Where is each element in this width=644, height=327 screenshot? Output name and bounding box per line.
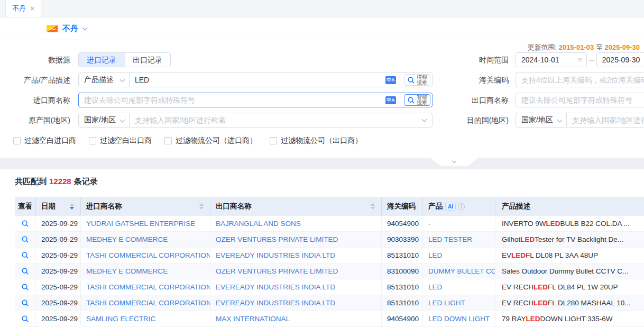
- translate-icon[interactable]: 中A: [385, 76, 396, 84]
- importer-link[interactable]: YUDRAI GATSHEL ENTERPRISE: [86, 220, 195, 228]
- smart-search-button[interactable]: 智能 搜索: [404, 94, 430, 106]
- view-detail-button[interactable]: [21, 315, 29, 323]
- exporter-link[interactable]: BAJRANGLAL AND SONS: [216, 220, 301, 228]
- date-end-value[interactable]: [597, 56, 644, 64]
- info-icon[interactable]: i: [458, 203, 465, 210]
- update-range-from: 2015-01-03: [559, 43, 594, 51]
- view-detail-button[interactable]: [21, 235, 29, 243]
- product-link[interactable]: DUMMY BULLET CCTV...: [428, 267, 495, 275]
- close-icon[interactable]: ×: [30, 5, 34, 12]
- sort-icon-date[interactable]: [70, 203, 74, 210]
- header-importer[interactable]: 进口商名称: [81, 197, 210, 216]
- exporter-label: 出口商名称: [462, 93, 509, 107]
- hs-code-field[interactable]: [516, 76, 644, 84]
- checkbox-label: 过滤空白出口商: [100, 136, 152, 146]
- sort-icon-importer[interactable]: [199, 203, 204, 210]
- origin-select-value: 国家/地区: [84, 115, 116, 125]
- chevron-down-icon: [422, 116, 427, 122]
- fuzzy-search-button[interactable]: 模糊 搜索: [404, 74, 430, 86]
- header-hs-code: 海关编码: [382, 197, 423, 216]
- magnifier-icon: [21, 235, 29, 243]
- product-link[interactable]: LED TESTER: [428, 235, 472, 243]
- magnifier-icon: [21, 251, 29, 259]
- view-detail-button[interactable]: [21, 267, 29, 275]
- cell-date: 2025-09-29: [36, 311, 81, 326]
- highlighted-keyword: LED: [533, 283, 548, 291]
- tab-bar: 不丹 ×: [0, 0, 644, 17]
- highlighted-keyword: LED: [520, 235, 535, 243]
- importer-link[interactable]: TASHI COMMERCIAL CORPORATION: [86, 251, 210, 259]
- export-records-button[interactable]: 出口记录: [124, 53, 170, 67]
- importer-link[interactable]: MEDHEY E COMMERCE: [86, 267, 168, 275]
- time-range-label: 时间范围: [462, 52, 509, 67]
- checkbox-icon[interactable]: [164, 137, 172, 144]
- chevron-down-icon[interactable]: [82, 25, 88, 30]
- collapse-form-button[interactable]: [430, 158, 479, 166]
- checkbox-icon[interactable]: [89, 137, 96, 144]
- importer-link[interactable]: TASHI COMMERCIAL CORPORATION: [86, 299, 210, 307]
- checkbox-filter-logistics-importer[interactable]: 过滤物流公司（进口商）: [164, 136, 257, 146]
- cell-hs-code: 94054900: [382, 311, 423, 326]
- magnifier-icon: [21, 315, 29, 323]
- table-row: 2025-09-29 MEDHEY E COMMERCE OZER VENTUR…: [15, 264, 644, 279]
- product-value: -: [428, 220, 431, 228]
- sort-icon-exporter[interactable]: [371, 203, 375, 210]
- importer-link[interactable]: SAMLING ELECTRIC: [86, 315, 155, 323]
- product-search-input[interactable]: [130, 76, 385, 84]
- exporter-link[interactable]: OZER VENTURES PRIVATE LIMITED: [216, 267, 338, 275]
- checkbox-label: 过滤物流公司（出口商）: [281, 136, 362, 146]
- destination-label: 目的国(地区): [462, 113, 509, 128]
- view-detail-button[interactable]: [21, 283, 29, 291]
- table-row: 2025-09-29 TASHI COMMERCIAL CORPORATION …: [15, 295, 644, 311]
- origin-search-input[interactable]: [130, 116, 422, 124]
- product-link[interactable]: LED DOWN LIGHT: [428, 315, 490, 323]
- origin-country-select[interactable]: 国家/地区: [78, 113, 130, 128]
- exporter-link[interactable]: EVEREADY INDUSTRIES INDIA LTD: [216, 251, 335, 259]
- country-title: 不丹: [62, 24, 78, 34]
- product-link[interactable]: LED LIGHT: [428, 299, 465, 307]
- checkbox-icon[interactable]: [270, 137, 277, 144]
- exporter-link[interactable]: MAX INTERNATIONAL: [216, 315, 290, 323]
- date-start-input[interactable]: [516, 52, 587, 67]
- hs-code-label: 海关编码: [462, 72, 509, 87]
- calendar-icon: [578, 56, 582, 63]
- view-detail-button[interactable]: [21, 251, 29, 259]
- header-description: 产品描述: [495, 197, 644, 216]
- magnifier-icon: [21, 267, 29, 275]
- data-source-toggle: 进口记录 出口记录: [78, 52, 171, 67]
- highlighted-keyword: LED: [511, 251, 526, 259]
- import-records-button[interactable]: 进口记录: [79, 53, 124, 67]
- importer-link[interactable]: MEDHEY E COMMERCE: [86, 235, 168, 243]
- header-date[interactable]: 日期: [36, 197, 81, 216]
- checkbox-filter-blank-importer[interactable]: 过滤空白进口商: [13, 136, 76, 146]
- destination-country-select[interactable]: 国家/地区: [516, 113, 567, 128]
- exporter-link[interactable]: OZER VENTURES PRIVATE LIMITED: [216, 235, 338, 243]
- cell-date: 2025-09-29: [36, 216, 81, 231]
- tab-bhutan[interactable]: 不丹 ×: [5, 0, 41, 17]
- checkbox-filter-blank-exporter[interactable]: 过滤空白出口商: [89, 136, 152, 146]
- product-link[interactable]: LED: [428, 283, 442, 291]
- date-range-separator: –: [590, 56, 594, 64]
- translate-icon[interactable]: 中A: [385, 96, 396, 104]
- date-start-value[interactable]: [516, 56, 578, 64]
- product-link[interactable]: LED: [428, 251, 442, 259]
- importer-input-group: 中A 智能 搜索: [78, 93, 433, 107]
- results-table: 查看 日期 进口商名称 出口商名称 海关编码 产品 AI i 产品描述: [15, 197, 644, 327]
- checkbox-icon[interactable]: [13, 137, 21, 144]
- exporter-link[interactable]: EVEREADY INDUSTRIES INDIA LTD: [216, 283, 335, 291]
- header-exporter[interactable]: 出口商名称: [210, 197, 382, 216]
- exporter-link[interactable]: EVEREADY INDUSTRIES INDIA LTD: [216, 299, 335, 307]
- view-detail-button[interactable]: [21, 220, 29, 228]
- importer-search-input[interactable]: [79, 96, 385, 104]
- destination-search-input[interactable]: [567, 116, 644, 124]
- product-type-select[interactable]: 产品描述: [78, 72, 130, 87]
- view-detail-button[interactable]: [21, 299, 29, 307]
- exporter-field[interactable]: [516, 96, 644, 104]
- date-end-input[interactable]: [596, 52, 644, 67]
- table-row: 2025-09-29 MEDHEY E COMMERCE OZER VENTUR…: [15, 232, 644, 248]
- checkbox-filter-logistics-exporter[interactable]: 过滤物流公司（出口商）: [270, 136, 362, 146]
- exporter-input[interactable]: [516, 93, 644, 107]
- table-row: 2025-09-29 YUDRAI GATSHEL ENTERPRISE BAJ…: [15, 216, 644, 232]
- hs-code-input[interactable]: [516, 72, 644, 87]
- importer-link[interactable]: TASHI COMMERCIAL CORPORATION: [86, 283, 210, 291]
